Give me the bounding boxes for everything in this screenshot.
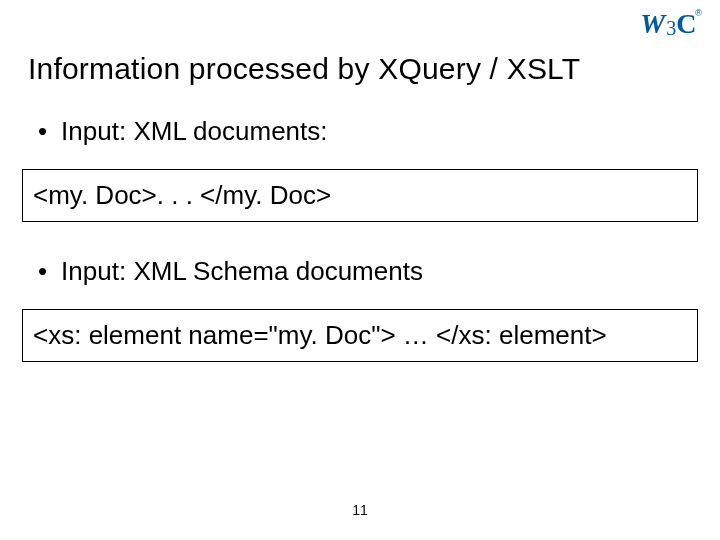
logo-3: 3 [666, 18, 676, 38]
logo-registered: ® [695, 8, 702, 18]
logo-3c: 3 C [666, 10, 696, 38]
slide-title: Information processed by XQuery / XSLT [0, 0, 720, 86]
bullet-text: Input: XML documents: [61, 116, 327, 147]
bullet-item: • Input: XML Schema documents [22, 256, 698, 287]
w3c-logo: W 3 C ® [640, 10, 702, 38]
slide-content: • Input: XML documents: <my. Doc>. . . <… [0, 86, 720, 362]
code-box-xml: <my. Doc>. . . </my. Doc> [22, 169, 698, 222]
page-number: 11 [352, 502, 368, 518]
logo-c: C [676, 10, 696, 38]
bullet-dot-icon: • [38, 116, 47, 147]
logo-w-letter: W [640, 10, 665, 38]
bullet-item: • Input: XML documents: [22, 116, 698, 147]
bullet-dot-icon: • [38, 256, 47, 287]
code-box-schema: <xs: element name="my. Doc"> … </xs: ele… [22, 309, 698, 362]
bullet-text: Input: XML Schema documents [61, 256, 423, 287]
